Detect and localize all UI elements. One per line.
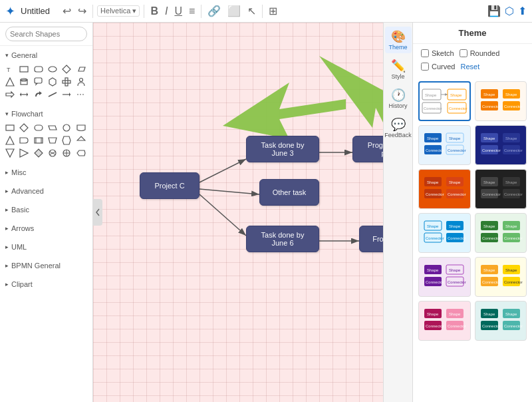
fc-collate[interactable] [18,147,30,159]
export-button[interactable]: ⬆ [518,5,527,17]
curved-checkbox[interactable] [421,63,429,71]
triangle-shape[interactable] [4,76,16,88]
table-button[interactable]: ⊞ [267,3,279,19]
theme-card-3[interactable]: Shape Connector Shape Connector [418,125,471,165]
hexagon-shape[interactable] [47,76,59,88]
italic-button[interactable]: I [163,4,170,19]
undo-button[interactable]: ↩ [61,3,73,19]
ellipse-shape[interactable] [47,63,59,75]
fc-data[interactable] [47,122,59,134]
callout-shape[interactable] [33,76,45,88]
froggress-node[interactable]: Froggress [359,226,383,252]
cylinder-shape[interactable] [18,76,30,88]
theme-card-5[interactable]: Shape Connector Shape Connector [418,169,471,209]
misc-section-title[interactable]: Misc [0,166,92,179]
sketch-checkbox[interactable] [421,49,429,57]
fc-subroutine[interactable] [33,134,45,146]
rounded-checkbox[interactable] [460,49,467,57]
align-button[interactable]: ≡ [187,4,197,19]
double-arrow-shape[interactable] [18,89,30,100]
fc-or[interactable] [61,147,72,159]
text-shape[interactable]: T [4,63,16,75]
feedback-icon-button[interactable]: 💬 FeedBack [385,114,412,141]
svg-text:Shape: Shape [449,180,461,184]
bpmn-section-title[interactable]: BPMN General [0,259,92,272]
svg-text:Connector: Connector [448,324,466,328]
fc-sort[interactable] [33,147,45,159]
theme-card-1[interactable]: Shape Connector Shape Connector [418,81,471,121]
theme-card-4[interactable]: Shape Connector Shape Connector [475,125,527,165]
curved-arrow-shape[interactable] [33,89,45,100]
fc-triangle[interactable] [4,134,16,146]
font-selector[interactable]: Helvetica ▾ [97,5,140,17]
theme-card-8[interactable]: Shape Connector Shape Connector [475,213,527,253]
task-june3-node[interactable]: Task done by June 3 [246,136,319,162]
fc-summing[interactable] [47,147,59,159]
theme-icon-button[interactable]: 🎨 Theme [385,27,412,53]
rounded-option[interactable]: Rounded [460,49,500,57]
clipart-section-title[interactable]: Clipart [0,278,92,291]
search-input[interactable] [5,27,87,41]
dashed-line-shape[interactable] [75,89,87,100]
underline-button[interactable]: U [172,4,184,19]
svg-marker-35 [20,149,28,157]
canvas-svg [93,23,383,402]
bold-button[interactable]: B [148,4,160,19]
svg-text:Connector: Connector [482,104,501,108]
panel-collapse-button[interactable] [93,199,102,226]
canvas-area[interactable]: Project C Task done by June 3 Progress o… [93,23,383,402]
person-shape[interactable] [75,76,87,88]
line-shape[interactable] [47,89,59,100]
uml-section-title[interactable]: UML [0,240,92,254]
fc-decision[interactable] [18,122,30,134]
fc-document[interactable] [75,122,87,134]
fc-process[interactable] [4,122,16,134]
connector-shape[interactable] [61,89,72,100]
advanced-section-title[interactable]: Advanced [0,184,92,198]
theme-card-9[interactable]: Shape Connector Shape Connector [418,257,471,297]
rect-shape[interactable] [18,63,30,75]
svg-text:Connector: Connector [504,104,523,108]
svg-text:Connector: Connector [426,236,444,240]
shape-button[interactable]: ⬜ [225,3,243,19]
svg-rect-9 [35,78,42,83]
fc-delay[interactable] [18,134,30,146]
cross-shape[interactable] [61,76,72,88]
theme-card-12[interactable]: Shape Connector Shape Connector [475,301,527,341]
theme-card-10[interactable]: Shape Connector Shape Connector [475,257,527,297]
fc-merge[interactable] [4,147,16,159]
redo-button[interactable]: ↪ [76,3,88,19]
fc-extract[interactable] [75,134,87,146]
style-icon-button[interactable]: ✏️ Style [385,56,412,83]
fc-storage[interactable] [61,134,72,146]
rounded-rect-shape[interactable] [33,63,45,75]
fc-manual[interactable] [47,134,59,146]
fc-display[interactable] [75,147,87,159]
general-section-title[interactable]: General [0,49,92,62]
basic-section-title[interactable]: Basic [0,203,92,216]
link-button[interactable]: 🔗 [205,3,223,19]
parallelogram-shape[interactable] [75,63,87,75]
fc-terminate[interactable] [33,122,45,134]
theme-card-2[interactable]: Shape Connector Shape Connector [475,81,527,121]
curved-option[interactable]: Curved [421,63,455,71]
diamond-shape[interactable] [61,63,72,75]
history-icon-button[interactable]: 🕐 History [385,85,412,112]
save-button[interactable]: 💾 [487,5,501,17]
progress-node[interactable]: Progress of the project [352,136,383,162]
fc-connector[interactable] [61,122,72,134]
task-june6-node[interactable]: Task done by June 6 [246,226,319,252]
arrows-section-title[interactable]: Arrows [0,222,92,235]
share-button[interactable]: ⬡ [505,5,514,17]
reset-button[interactable]: Reset [460,63,479,71]
arrow-right-shape[interactable] [4,89,16,100]
cursor-button[interactable]: ↖ [245,3,258,19]
theme-card-6[interactable]: Shape Connector Shape Connector [475,169,527,209]
flowchart-section-title[interactable]: Flowchart [0,107,92,120]
other-task-node[interactable]: Other task [259,179,319,206]
project-c-node[interactable]: Project C [140,172,200,199]
theme-card-11[interactable]: Shape Connector Shape Connector [418,301,471,341]
svg-text:Shape: Shape [483,93,495,97]
sketch-option[interactable]: Sketch [421,49,454,57]
theme-card-7[interactable]: Shape Connector Shape Connector [418,213,471,253]
